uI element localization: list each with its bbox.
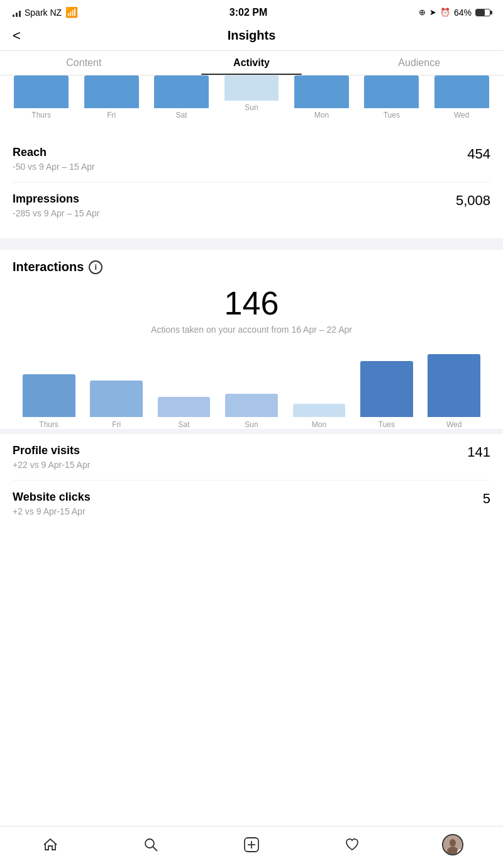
status-bar: Spark NZ 📶 3:02 PM ⊕ ➤ ⏰ 64% <box>0 0 503 22</box>
status-left: Spark NZ 📶 <box>13 6 78 18</box>
website-clicks-row: Website clicks +2 vs 9 Apr-15 Apr 5 <box>13 481 490 526</box>
profile-visits-left: Profile visits +22 vs 9 Apr-15 Apr <box>13 444 90 470</box>
home-icon <box>41 836 59 854</box>
reach-bar <box>14 75 69 108</box>
nav-profile[interactable] <box>402 834 503 855</box>
status-right: ⊕ ➤ ⏰ 64% <box>419 8 490 18</box>
reach-bar-col: Sun <box>216 75 286 120</box>
interactions-bar-label: Tues <box>379 420 395 429</box>
tab-content[interactable]: Content <box>0 57 168 75</box>
interactions-bar-label: Fri <box>112 420 121 429</box>
interactions-section: Interactions i 146 Actions taken on your… <box>0 250 503 429</box>
nav-home[interactable] <box>0 836 101 854</box>
bottom-nav <box>0 826 503 868</box>
reach-bar-col: Thurs <box>6 75 76 120</box>
page-title: Insights <box>228 28 276 43</box>
interactions-bar <box>428 354 480 417</box>
search-icon <box>142 836 160 854</box>
reach-bar-label: Fri <box>107 111 116 120</box>
website-clicks-sublabel: +2 vs 9 Apr-15 Apr <box>13 506 91 516</box>
impressions-stat-row: Impressions -285 vs 9 Apr – 15 Apr 5,008 <box>13 182 490 228</box>
reach-bar-col: Fri <box>76 75 146 120</box>
reach-bar-label: Mon <box>314 111 329 120</box>
reach-bar-col: Sat <box>146 75 216 120</box>
battery-label: 64% <box>454 8 472 18</box>
stats-section: Reach -50 vs 9 Apr – 15 Apr 454 Impressi… <box>0 126 503 238</box>
interactions-bar <box>90 381 143 417</box>
signal-bar-1 <box>13 14 14 17</box>
svg-point-6 <box>450 839 456 847</box>
reach-sublabel: -50 vs 9 Apr – 15 Apr <box>13 162 95 172</box>
reach-bar-label: Wed <box>454 111 469 120</box>
website-clicks-value: 5 <box>483 491 490 507</box>
reach-stat-left: Reach -50 vs 9 Apr – 15 Apr <box>13 146 95 172</box>
navigation-icon: ➤ <box>429 8 436 17</box>
profile-visits-sublabel: +22 vs 9 Apr-15 Apr <box>13 460 90 470</box>
reach-bar <box>84 75 139 108</box>
impressions-sublabel: -285 vs 9 Apr – 15 Apr <box>13 208 100 218</box>
heart-icon <box>343 836 361 854</box>
battery-icon <box>475 9 490 16</box>
interactions-bar <box>225 394 278 417</box>
metrics-section: Profile visits +22 vs 9 Apr-15 Apr 141 W… <box>0 434 503 526</box>
carrier-label: Spark NZ <box>25 8 62 18</box>
reach-bar-label: Sat <box>176 111 187 120</box>
reach-bar <box>364 75 419 108</box>
svg-point-0 <box>145 839 154 848</box>
interactions-bar <box>158 397 211 417</box>
interactions-bar-col: Mon <box>285 347 353 429</box>
location-icon: ⊕ <box>419 8 426 17</box>
interactions-total: 146 <box>13 284 490 322</box>
reach-bar-chart: ThursFriSatSunMonTuesWed <box>0 75 503 120</box>
section-divider-2 <box>0 429 503 434</box>
reach-bar-label: Sun <box>245 103 258 112</box>
profile-avatar[interactable] <box>442 834 463 855</box>
website-clicks-label: Website clicks <box>13 491 91 504</box>
nav-heart[interactable] <box>302 836 402 854</box>
wifi-icon: 📶 <box>65 6 78 18</box>
interactions-bar-label: Wed <box>446 420 462 429</box>
add-icon <box>243 836 260 854</box>
status-time: 3:02 PM <box>229 7 267 18</box>
notification-dot <box>457 849 463 855</box>
impressions-value: 5,008 <box>456 192 490 209</box>
reach-bar <box>434 75 489 108</box>
profile-visits-row: Profile visits +22 vs 9 Apr-15 Apr 141 <box>13 434 490 481</box>
profile-visits-label: Profile visits <box>13 444 90 457</box>
interactions-bar-label: Thurs <box>39 420 58 429</box>
profile-visits-value: 141 <box>467 444 490 460</box>
reach-chart-section: ThursFriSatSunMonTuesWed <box>0 75 503 126</box>
signal-bars <box>13 8 21 17</box>
reach-bar-label: Tues <box>384 111 400 120</box>
alarm-icon: ⏰ <box>440 8 450 17</box>
signal-bar-3 <box>19 11 21 17</box>
signal-bar-2 <box>16 13 18 17</box>
interactions-bar-label: Mon <box>312 420 326 429</box>
nav-add[interactable] <box>201 836 302 854</box>
impressions-label: Impressions <box>13 192 100 206</box>
interactions-bar-label: Sat <box>179 420 190 429</box>
interactions-bar-col: Wed <box>421 347 488 429</box>
interactions-bar-col: Fri <box>82 347 150 429</box>
section-divider-1 <box>0 238 503 243</box>
reach-bar-col: Wed <box>427 75 497 120</box>
reach-stat-row: Reach -50 vs 9 Apr – 15 Apr 454 <box>13 136 490 182</box>
reach-bar <box>294 75 349 108</box>
back-button[interactable]: < <box>13 28 21 44</box>
reach-value: 454 <box>467 146 490 162</box>
interactions-bar-col: Thurs <box>15 347 82 429</box>
tab-activity[interactable]: Activity <box>168 57 336 75</box>
interactions-bar-col: Sun <box>218 347 285 429</box>
interactions-bar-col: Tues <box>353 347 420 429</box>
interactions-title: Interactions <box>13 260 84 274</box>
reach-label: Reach <box>13 146 95 159</box>
info-icon[interactable]: i <box>89 260 102 274</box>
reach-bar-label: Thurs <box>31 111 51 120</box>
interactions-header: Interactions i <box>13 260 490 274</box>
interactions-bar <box>360 361 413 417</box>
reach-bar <box>154 75 209 108</box>
interactions-bar-label: Sun <box>245 420 258 429</box>
nav-search[interactable] <box>101 836 201 854</box>
reach-bar <box>224 75 279 101</box>
tab-audience[interactable]: Audience <box>335 57 503 75</box>
